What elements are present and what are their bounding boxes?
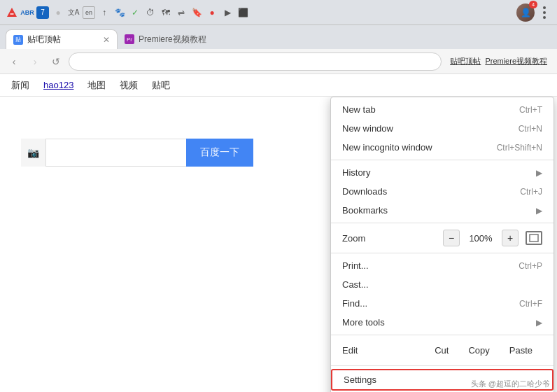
upload-icon[interactable]: ↑ [98,6,111,19]
svg-rect-1 [530,234,538,241]
zoom-value: 100% [467,233,495,244]
url-input[interactable] [69,52,442,71]
paste-button[interactable]: Paste [500,342,542,358]
menu-item-new-window[interactable]: New window Ctrl+N [331,119,554,138]
cast-label: Cast... [342,279,542,290]
tab-close-tieba[interactable]: ✕ [103,35,110,45]
bookmark-premiere[interactable]: Premiere视频教程 [485,56,547,66]
print-shortcut: Ctrl+P [519,261,542,271]
exchange-icon[interactable]: ⇌ [175,6,188,19]
search-button[interactable]: 百度一下 [186,139,253,167]
browser-toolbar: ABR 7 ● 文A en ↑ 🐾 ✓ ⏱ 🗺 ⇌ 🔖 ● ▶ ⬛ 👤 4 [0,0,557,25]
find-shortcut: Ctrl+F [519,299,542,309]
tab-bar: 贴 贴吧顶帖 ✕ Pr Premiere视频教程 [0,25,557,49]
tab-premiere[interactable]: Pr Premiere视频教程 [118,29,213,49]
new-window-shortcut: Ctrl+N [519,124,542,134]
square-icon[interactable]: ⬛ [237,6,249,19]
app-icon-badge[interactable]: 7 [36,6,49,19]
menu-edit-row: Edit Cut Copy Paste [331,338,554,363]
clock-icon[interactable]: ⏱ [144,6,157,19]
menu-item-print[interactable]: Print... Ctrl+P [331,256,554,275]
arrow-icon[interactable]: ▶ [221,6,234,19]
paw-icon[interactable]: 🐾 [113,6,126,19]
bookmark-bar: 贴吧顶帖 Premiere视频教程 [446,56,551,66]
menu-item-downloads[interactable]: Downloads Ctrl+J [331,182,554,201]
new-tab-label: New tab [342,104,519,115]
find-label: Find... [342,298,519,309]
back-button[interactable]: ‹ [6,53,22,70]
map-icon[interactable]: 🗺 [160,6,172,19]
avatar-container[interactable]: 👤 4 [516,4,535,22]
copy-button[interactable]: Copy [458,342,499,358]
menu-divider-5 [331,365,554,366]
fullscreen-button[interactable] [526,231,542,245]
tab-icon-premiere: Pr [125,34,134,44]
edit-label: Edit [342,345,425,356]
downloads-label: Downloads [342,186,520,197]
incognito-label: New incognito window [342,142,497,153]
history-label: History [342,167,530,178]
check-icon[interactable]: ✓ [129,6,141,19]
menu-zoom-row: Zoom − 100% + [331,226,554,250]
lang-icon[interactable]: en [83,6,95,19]
cut-button[interactable]: Cut [425,342,458,358]
settings-label: Settings [344,374,541,385]
more-tools-label: More tools [342,317,530,328]
avatar-badge: 4 [529,1,537,8]
forward-button[interactable]: › [27,53,43,70]
bookmarks-label: Bookmarks [342,205,530,216]
zoom-plus-button[interactable]: + [502,230,519,246]
tab-icon-tieba: 贴 [13,35,23,45]
navlink-hao123[interactable]: hao123 [43,80,73,90]
zoom-label: Zoom [342,233,436,244]
bookmark-icon[interactable]: 🔖 [190,6,203,19]
translate-icon[interactable]: 文A [67,6,80,19]
zoom-minus-button[interactable]: − [443,230,460,246]
menu-item-new-tab[interactable]: New tab Ctrl+T [331,100,554,119]
app-icon-abr[interactable]: ABR [21,6,34,19]
menu-item-more-tools[interactable]: More tools ▶ [331,313,554,332]
refresh-button[interactable]: ↺ [48,53,64,70]
separator-dot: ● [52,6,64,19]
tab-label-tieba: 贴吧顶帖 [27,34,61,46]
navlink-tieba[interactable]: 贴吧 [152,79,170,92]
navlink-video[interactable]: 视频 [120,79,138,92]
incognito-shortcut: Ctrl+Shift+N [497,143,542,153]
print-label: Print... [342,260,519,271]
bookmarks-arrow-icon: ▶ [536,206,542,216]
red-circle-icon[interactable]: ● [206,6,218,19]
more-tools-arrow-icon: ▶ [536,318,542,328]
app-icon-a[interactable] [6,6,18,19]
menu-item-incognito[interactable]: New incognito window Ctrl+Shift+N [331,138,554,157]
new-window-label: New window [342,123,519,134]
menu-item-history[interactable]: History ▶ [331,163,554,182]
tab-label-premiere: Premiere视频教程 [139,34,206,46]
menu-divider-1 [331,160,554,160]
menu-item-find[interactable]: Find... Ctrl+F [331,294,554,313]
navlink-news[interactable]: 新闻 [11,79,29,92]
downloads-shortcut: Ctrl+J [520,187,542,197]
menu-divider-3 [331,253,554,253]
menu-divider-4 [331,335,554,335]
nav-links-bar: 新闻 hao123 地图 视频 贴吧 [0,74,557,97]
history-arrow-icon: ▶ [536,168,542,178]
navlink-map[interactable]: 地图 [87,79,106,92]
page-content: 📷 百度一下 New tab Ctrl+T New window Ctrl+N … [0,97,557,392]
bookmark-tieba[interactable]: 贴吧顶帖 [450,56,481,66]
menu-divider-2 [331,223,554,223]
address-bar: ‹ › ↺ 贴吧顶帖 Premiere视频教程 [0,49,557,74]
menu-item-cast[interactable]: Cast... [331,275,554,294]
tab-tieba[interactable]: 贴 贴吧顶帖 ✕ [6,29,118,49]
search-input[interactable] [46,139,186,167]
menu-item-settings[interactable]: Settings [331,369,554,391]
new-tab-shortcut: Ctrl+T [519,105,542,115]
search-camera-icon[interactable]: 📷 [21,139,46,167]
more-options-button[interactable] [537,6,551,20]
browser-dropdown-menu: New tab Ctrl+T New window Ctrl+N New inc… [330,97,554,392]
menu-item-bookmarks[interactable]: Bookmarks ▶ [331,201,554,220]
